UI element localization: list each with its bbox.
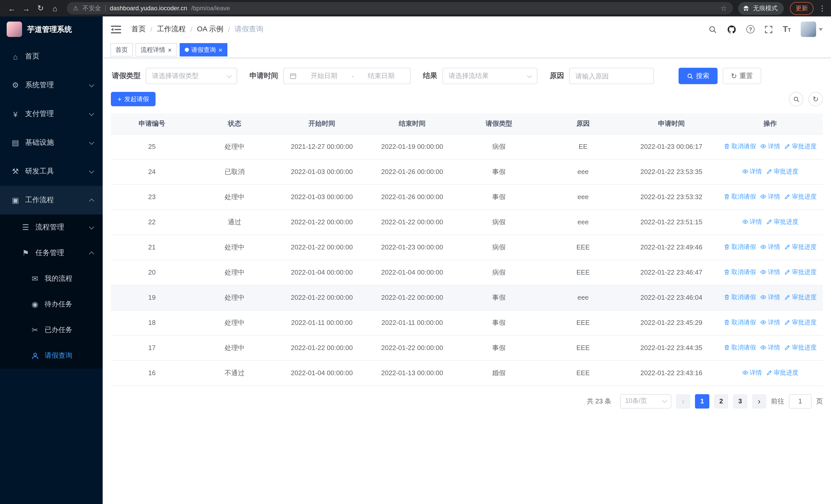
github-icon[interactable] (727, 24, 737, 34)
detail-action-link[interactable]: 详情 (760, 343, 780, 352)
leave-type-select[interactable]: 请选择请假类型 (146, 68, 237, 84)
progress-action-link[interactable]: 审批进度 (784, 318, 816, 327)
cancel-action-link[interactable]: 取消请假 (724, 192, 756, 201)
reason-input[interactable] (569, 68, 654, 84)
detail-action-link[interactable]: 详情 (742, 217, 762, 226)
logo[interactable]: 芋道管理系统 (0, 17, 103, 42)
breadcrumb-item[interactable]: 工作流程 (157, 25, 186, 34)
cell-actions: 详情审批进度 (718, 159, 823, 184)
sidebar-item-label: 已办任务 (45, 325, 73, 335)
detail-action-link[interactable]: 详情 (742, 368, 762, 377)
breadcrumb-item[interactable]: OA 示例 (197, 25, 224, 34)
progress-action-link[interactable]: 审批进度 (784, 343, 816, 352)
tab-item[interactable]: 流程详情× (136, 43, 177, 56)
browser-menu-icon[interactable]: ⋮ (819, 4, 826, 12)
breadcrumb-separator: / (150, 25, 152, 33)
cancel-action-link[interactable]: 取消请假 (724, 243, 756, 251)
sidebar-item[interactable]: ☰流程管理 (0, 214, 103, 240)
cancel-action-link[interactable]: 取消请假 (724, 142, 756, 151)
progress-action-link[interactable]: 审批进度 (784, 192, 816, 201)
sidebar-item[interactable]: ✂已办任务 (0, 317, 103, 343)
fullscreen-icon[interactable] (764, 25, 773, 34)
cancel-action-link[interactable]: 取消请假 (724, 318, 756, 327)
cancel-action-link[interactable]: 取消请假 (724, 293, 756, 302)
progress-action-label: 审批进度 (792, 343, 816, 352)
progress-action-link[interactable]: 审批进度 (784, 268, 816, 277)
column-header: 申请时间 (625, 113, 718, 134)
progress-action-link[interactable]: 审批进度 (766, 217, 798, 226)
browser-refresh-icon[interactable]: ↻ (34, 2, 47, 15)
detail-action-link[interactable]: 详情 (742, 167, 762, 176)
progress-action-link[interactable]: 审批进度 (766, 368, 798, 377)
gear-icon: ⚙ (10, 81, 21, 90)
page-button-2[interactable]: 2 (714, 394, 728, 408)
sidebar-item[interactable]: ◉待办任务 (0, 292, 103, 317)
detail-action-link[interactable]: 详情 (760, 293, 780, 302)
detail-action-link[interactable]: 详情 (760, 268, 780, 277)
column-header: 申请编号 (111, 113, 193, 134)
create-leave-button[interactable]: + 发起请假 (111, 92, 155, 106)
cell-status: 处理中 (193, 335, 276, 360)
prev-page-button[interactable]: ‹ (676, 394, 690, 408)
reset-button[interactable]: ↻ 重置 (723, 68, 761, 84)
search-button[interactable]: 搜索 (679, 68, 718, 84)
sidebar-item[interactable]: ¥支付管理 (0, 99, 103, 128)
sidebar-item[interactable]: ⌂首页 (0, 42, 103, 71)
progress-action-link[interactable]: 审批进度 (766, 167, 798, 176)
detail-action-link[interactable]: 详情 (760, 243, 780, 251)
sidebar-item[interactable]: ⚙系统管理 (0, 71, 103, 99)
cancel-action-link[interactable]: 取消请假 (724, 268, 756, 277)
goto-page-input[interactable] (789, 394, 811, 408)
progress-action-link[interactable]: 审批进度 (784, 243, 816, 251)
sidebar-item[interactable]: ⚑任务管理 (0, 240, 103, 266)
tab-close-icon[interactable]: × (219, 47, 222, 53)
address-bar[interactable]: ⚠ 不安全 dashboard.yudao.iocoder.cn/bpm/oa/… (67, 2, 733, 14)
calendar-icon (289, 72, 297, 80)
incognito-badge[interactable]: 无痕模式 (738, 2, 784, 14)
tab-item[interactable]: 首页 (110, 43, 133, 56)
cell-apply_time: 2022-01-22 23:45:29 (625, 310, 718, 335)
sidebar-item[interactable]: 请假查询 (0, 343, 103, 368)
refresh-icon: ↻ (731, 72, 737, 80)
tab-close-icon[interactable]: × (168, 47, 172, 53)
sidebar-item[interactable]: ▣工作流程 (0, 186, 103, 214)
detail-action-link[interactable]: 详情 (760, 318, 780, 327)
cancel-action-label: 取消请假 (732, 142, 756, 151)
detail-action-link[interactable]: 详情 (760, 142, 780, 151)
result-select[interactable]: 请选择流结果 (442, 68, 537, 84)
browser-toolbar: ← → ↻ ⌂ ⚠ 不安全 dashboard.yudao.iocoder.cn… (0, 0, 831, 17)
font-size-icon[interactable]: TT (783, 25, 791, 33)
apply-time-range-picker[interactable]: 开始日期 - 结束日期 (283, 68, 411, 84)
refresh-table-button[interactable]: ↻ (808, 92, 823, 106)
toggle-search-button[interactable] (789, 92, 803, 106)
detail-action-link[interactable]: 详情 (760, 192, 780, 201)
cell-end: 2022-01-11 00:00:00 (368, 310, 457, 335)
browser-update-button[interactable]: 更新 (790, 2, 813, 14)
page-size-select[interactable]: 10条/页 (620, 394, 671, 408)
sidebar-item[interactable]: ⚒研发工具 (0, 157, 103, 186)
browser-home-icon[interactable]: ⌂ (48, 2, 62, 15)
cell-status: 处理中 (193, 235, 276, 260)
sidebar-item[interactable]: ✉我的流程 (0, 266, 103, 292)
page-button-1[interactable]: 1 (695, 394, 709, 408)
user-menu[interactable] (801, 22, 823, 37)
result-placeholder: 请选择流结果 (449, 71, 489, 81)
progress-action-link[interactable]: 审批进度 (784, 142, 816, 151)
chevron-down-icon (89, 224, 94, 229)
cancel-action-link[interactable]: 取消请假 (724, 343, 756, 352)
browser-back-icon[interactable]: ← (5, 2, 19, 15)
bookmark-star-icon[interactable]: ☆ (720, 4, 727, 12)
sidebar-collapse-icon[interactable] (111, 25, 121, 34)
sidebar-item[interactable]: ▤基础设施 (0, 128, 103, 157)
right-toolbar: ↻ (789, 92, 823, 106)
browser-forward-icon[interactable]: → (20, 2, 33, 15)
cell-apply_time: 2022-01-23 00:06:17 (625, 134, 718, 159)
page-button-3[interactable]: 3 (733, 394, 747, 408)
breadcrumb-item[interactable]: 首页 (132, 25, 146, 34)
search-icon[interactable] (708, 25, 717, 34)
next-page-button[interactable]: › (752, 394, 766, 408)
cell-reason: EEE (541, 310, 625, 335)
progress-action-link[interactable]: 审批进度 (784, 293, 816, 302)
help-icon[interactable]: ? (746, 25, 754, 33)
tab-item[interactable]: 请假查询× (179, 43, 227, 56)
